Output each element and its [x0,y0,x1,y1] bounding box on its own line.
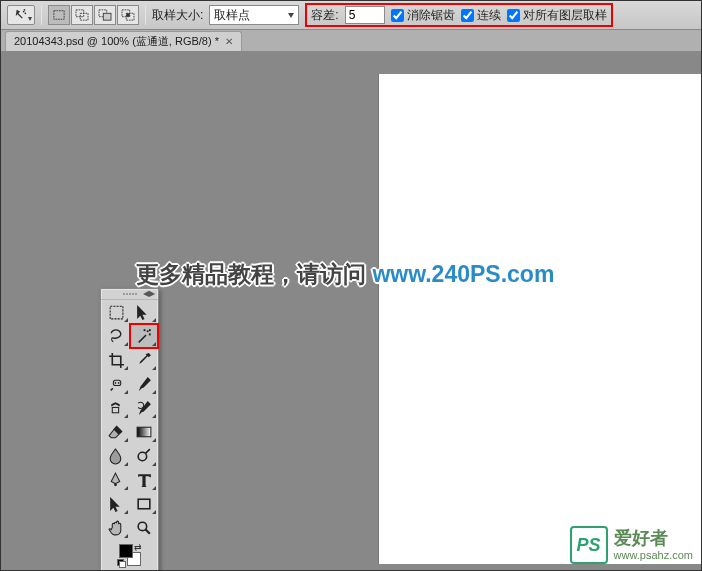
divider [145,5,146,25]
svg-rect-20 [137,427,151,437]
watermark-url: www.240PS.com [372,261,554,287]
swap-colors-icon[interactable]: ⇄ [134,542,142,552]
svg-rect-11 [110,306,123,319]
foreground-color-swatch[interactable] [119,544,133,558]
history-brush-tool[interactable] [130,396,158,420]
document-canvas[interactable] [378,74,702,564]
tutorial-watermark: 更多精品教程，请访问 www.240PS.com [136,259,554,290]
hand-tool[interactable] [102,516,130,540]
svg-point-12 [146,330,148,332]
crop-tool[interactable] [102,348,130,372]
brush-tool[interactable] [130,372,158,396]
color-swatches[interactable]: ⇄ [101,540,158,570]
svg-point-0 [23,11,25,13]
svg-point-15 [148,329,150,331]
sample-size-label: 取样大小: [152,7,203,24]
zoom-tool[interactable] [130,516,158,540]
selection-add-button[interactable] [71,5,93,25]
tolerance-input[interactable] [345,6,385,24]
svg-point-18 [117,382,119,384]
svg-rect-19 [112,407,118,412]
brand-line2: www.psahz.com [614,549,693,561]
svg-point-21 [138,452,146,460]
svg-point-13 [148,333,150,335]
tools-panel: ◀▶ ⇄ [100,288,159,571]
document-tab-bar: 20104343.psd @ 100% (蓝通道, RGB/8) * ✕ [1,30,701,51]
contiguous-label: 连续 [477,7,501,24]
move-tool[interactable] [130,300,158,324]
sample-size-dropdown[interactable]: 取样点 [209,5,299,25]
dodge-tool[interactable] [130,444,158,468]
document-tab[interactable]: 20104343.psd @ 100% (蓝通道, RGB/8) * ✕ [5,31,242,51]
eyedropper-tool[interactable] [130,348,158,372]
selection-subtract-button[interactable] [94,5,116,25]
antialias-label: 消除锯齿 [407,7,455,24]
magic-wand-tool[interactable] [130,324,158,348]
divider [41,5,42,25]
lasso-tool[interactable] [102,324,130,348]
brand-line1: 爱好者 [614,529,693,549]
highlighted-options: 容差: 消除锯齿 连续 对所有图层取样 [305,3,612,27]
ps-badge: PS [570,526,608,564]
contiguous-checkbox-input[interactable] [461,9,474,22]
svg-rect-7 [103,13,111,20]
contiguous-checkbox[interactable]: 连续 [461,7,501,24]
close-icon[interactable]: ✕ [225,36,233,47]
healing-brush-tool[interactable] [102,372,130,396]
options-bar: 取样大小: 取样点 容差: 消除锯齿 连续 对所有图层取样 [1,1,701,30]
tool-preset-picker[interactable] [7,5,35,25]
tools-panel-grip[interactable]: ◀▶ [101,289,158,300]
type-tool[interactable] [130,468,158,492]
svg-point-2 [24,9,26,11]
clone-stamp-tool[interactable] [102,396,130,420]
svg-rect-23 [138,499,150,509]
pen-tool[interactable] [102,468,130,492]
selection-intersect-button[interactable] [117,5,139,25]
svg-point-17 [114,382,116,384]
workspace: 更多精品教程，请访问 www.240PS.com ◀▶ ⇄ PS 爱好者 www… [1,51,701,570]
selection-new-button[interactable] [48,5,70,25]
all-layers-label: 对所有图层取样 [523,7,607,24]
site-watermark: PS 爱好者 www.psahz.com [570,526,693,564]
all-layers-checkbox-input[interactable] [507,9,520,22]
svg-point-24 [138,522,146,530]
svg-point-14 [143,329,145,331]
svg-rect-10 [126,13,129,16]
marquee-tool[interactable] [102,300,130,324]
svg-rect-3 [54,11,64,20]
antialias-checkbox-input[interactable] [391,9,404,22]
collapse-icon[interactable]: ◀▶ [143,290,155,298]
tolerance-label: 容差: [311,7,338,24]
gradient-tool[interactable] [130,420,158,444]
sample-size-value: 取样点 [214,7,250,24]
svg-point-22 [114,483,117,486]
blur-tool[interactable] [102,444,130,468]
selection-mode-group [48,5,139,25]
svg-point-1 [25,12,27,14]
path-selection-tool[interactable] [102,492,130,516]
default-colors-icon[interactable] [117,559,126,568]
watermark-text: 更多精品教程，请访问 [136,261,372,287]
document-tab-title: 20104343.psd @ 100% (蓝通道, RGB/8) * [14,34,219,49]
antialias-checkbox[interactable]: 消除锯齿 [391,7,455,24]
shape-tool[interactable] [130,492,158,516]
all-layers-checkbox[interactable]: 对所有图层取样 [507,7,607,24]
eraser-tool[interactable] [102,420,130,444]
svg-rect-16 [113,380,120,385]
